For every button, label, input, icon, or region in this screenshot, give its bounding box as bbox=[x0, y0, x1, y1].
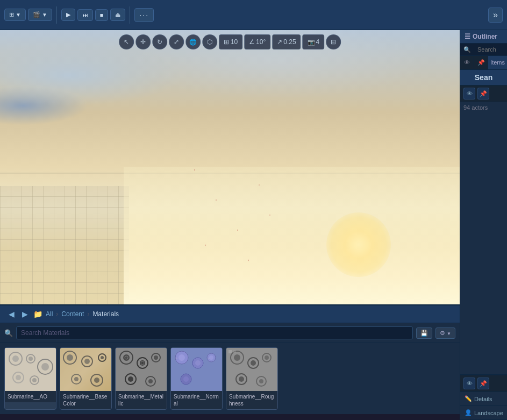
angle-snap-icon: ∠ bbox=[249, 38, 255, 46]
grid-plane bbox=[0, 186, 129, 304]
scale-snap-value: 0.25 bbox=[283, 38, 296, 46]
select-tool-button[interactable]: ↖ bbox=[119, 34, 134, 49]
material-thumb-metallic bbox=[116, 348, 167, 391]
scale-snap-icon: ↗ bbox=[277, 38, 282, 46]
basecolor-svg bbox=[60, 348, 112, 391]
material-label-ao: Submarine__AO bbox=[5, 391, 56, 402]
material-thumb-roughness bbox=[226, 348, 278, 391]
svg-rect-60 bbox=[233, 350, 236, 353]
grid-snap-button[interactable]: ⊞ 10 bbox=[219, 34, 242, 49]
material-thumb-ao bbox=[5, 348, 56, 391]
film-dropdown[interactable]: 🎬 ▼ bbox=[28, 9, 52, 21]
material-thumb-basecolor bbox=[60, 348, 112, 391]
details-label: Details bbox=[474, 396, 492, 402]
svg-point-17 bbox=[101, 356, 104, 359]
save-search-button[interactable]: 💾 bbox=[416, 328, 432, 339]
svg-point-8 bbox=[16, 375, 21, 380]
play-button[interactable]: ▶ bbox=[61, 9, 75, 21]
eject-button[interactable]: ⏏ bbox=[110, 9, 125, 21]
sun-glow bbox=[326, 212, 391, 277]
right-panel: ☰ Outliner 🔍 👁 📌 Items Sean 👁 bbox=[460, 30, 507, 420]
pin-toggle-2[interactable]: 📌 bbox=[477, 378, 489, 389]
material-item-roughness[interactable]: Submarine__Roughness bbox=[226, 347, 278, 410]
red-dots bbox=[184, 140, 291, 290]
svg-rect-59 bbox=[228, 350, 232, 353]
stop-icon: ■ bbox=[100, 12, 104, 18]
lasso-button[interactable]: ⬡ bbox=[202, 34, 217, 49]
rotate-tool-button[interactable]: ↻ bbox=[152, 34, 167, 49]
tab-eye[interactable]: 👁 bbox=[460, 56, 474, 69]
material-item-basecolor[interactable]: Submarine__BaseColor bbox=[60, 347, 112, 410]
content-browser: ◀ ▶ 📁 All › Content › Materials 🔍 💾 ⚙ ▼ bbox=[0, 304, 460, 414]
double-arrow-icon: » bbox=[493, 10, 498, 20]
user-name: Sean bbox=[475, 73, 492, 82]
camera-speed-value: 4 bbox=[316, 38, 320, 46]
filter-button[interactable]: ⚙ ▼ bbox=[435, 328, 455, 339]
visibility-toggle[interactable]: 👁 bbox=[463, 88, 475, 99]
svg-point-44 bbox=[183, 376, 189, 382]
nav-back-button[interactable]: ◀ bbox=[6, 309, 17, 319]
mode-icon: ⊞ bbox=[9, 11, 14, 18]
scale-tool-button[interactable]: ⤢ bbox=[169, 34, 184, 49]
skip-icon: ⏭ bbox=[82, 12, 88, 18]
film-icon: 🎬 bbox=[33, 11, 40, 18]
nav-forward-button[interactable]: ▶ bbox=[20, 309, 30, 319]
top-toolbar: ⊞ ▼ 🎬 ▼ ▶ ⏭ ■ ⏏ ··· » bbox=[0, 0, 507, 30]
play-icon: ▶ bbox=[66, 11, 70, 18]
stop-button[interactable]: ■ bbox=[95, 9, 109, 21]
breadcrumb-bar: ◀ ▶ 📁 All › Content › Materials bbox=[0, 305, 460, 323]
pin-tab-icon: 📌 bbox=[477, 59, 485, 66]
landscape-item[interactable]: 👤 Landscape bbox=[460, 406, 507, 420]
svg-point-2 bbox=[12, 355, 19, 362]
landscape-label: Landscape bbox=[474, 410, 503, 416]
material-item-normal[interactable]: + + + Submarine__Normal bbox=[170, 347, 223, 410]
outliner-title: Outliner bbox=[473, 33, 497, 40]
svg-point-6 bbox=[41, 363, 49, 371]
grid-snap-icon: ⊞ bbox=[224, 38, 229, 46]
svg-text:+: + bbox=[192, 361, 195, 366]
pin-toggle[interactable]: 📌 bbox=[477, 88, 489, 99]
camera-icon: 📷 bbox=[308, 39, 315, 46]
outliner-header: ☰ Outliner bbox=[460, 30, 507, 44]
folder-icon: 📁 bbox=[33, 310, 42, 318]
svg-point-10 bbox=[32, 378, 37, 382]
metallic-svg bbox=[116, 348, 167, 391]
mode-label: ▼ bbox=[16, 12, 21, 18]
svg-text:+: + bbox=[175, 356, 178, 361]
material-label-metallic: Submarine__Metallic bbox=[116, 391, 167, 409]
svg-point-19 bbox=[74, 377, 78, 381]
material-label-basecolor: Submarine__BaseColor bbox=[60, 391, 111, 409]
breadcrumb-content[interactable]: Content bbox=[61, 310, 84, 318]
tab-items[interactable]: Items bbox=[488, 56, 507, 69]
grid-snap-value: 10 bbox=[231, 38, 238, 46]
details-item[interactable]: ✏️ Details bbox=[460, 392, 507, 406]
material-item-metallic[interactable]: Submarine__Metallic bbox=[115, 347, 167, 410]
search-materials-input[interactable] bbox=[16, 326, 413, 339]
material-thumb-normal: + + + bbox=[171, 348, 223, 391]
visibility-toggle-2[interactable]: 👁 bbox=[463, 378, 475, 389]
double-arrow-button[interactable]: » bbox=[488, 8, 503, 23]
mode-dropdown[interactable]: ⊞ ▼ bbox=[4, 9, 26, 21]
layout-button[interactable]: ⊟ bbox=[326, 34, 341, 49]
normal-svg: + + + bbox=[171, 348, 223, 391]
material-item-ao[interactable]: Submarine__AO bbox=[4, 347, 56, 410]
svg-point-4 bbox=[28, 357, 33, 361]
skip-button[interactable]: ⏭ bbox=[77, 9, 93, 21]
search-icon: 🔍 bbox=[4, 329, 13, 337]
move-tool-button[interactable]: ✛ bbox=[135, 34, 151, 49]
more-options-button[interactable]: ··· bbox=[134, 8, 154, 22]
tab-pin[interactable]: 📌 bbox=[474, 56, 488, 69]
world-space-button[interactable]: 🌐 bbox=[185, 34, 201, 49]
angle-snap-button[interactable]: ∠ 10° bbox=[244, 34, 270, 49]
scale-snap-button[interactable]: ↗ 0.25 bbox=[272, 34, 301, 49]
camera-speed-button[interactable]: 📷 4 bbox=[303, 34, 325, 49]
svg-point-58 bbox=[259, 379, 263, 383]
svg-text:+: + bbox=[208, 356, 210, 361]
breadcrumb-materials[interactable]: Materials bbox=[92, 310, 119, 318]
divider-1 bbox=[56, 6, 57, 24]
search-icon-panel: 🔍 bbox=[463, 46, 471, 53]
outliner-search-input[interactable] bbox=[473, 44, 504, 55]
viewport[interactable]: ↖ ✛ ↻ ⤢ 🌐 ⬡ ⊞ 10 ∠ 10° ↗ 0.25 bbox=[0, 30, 460, 304]
svg-point-56 bbox=[239, 376, 244, 382]
breadcrumb-all[interactable]: All bbox=[46, 310, 53, 318]
